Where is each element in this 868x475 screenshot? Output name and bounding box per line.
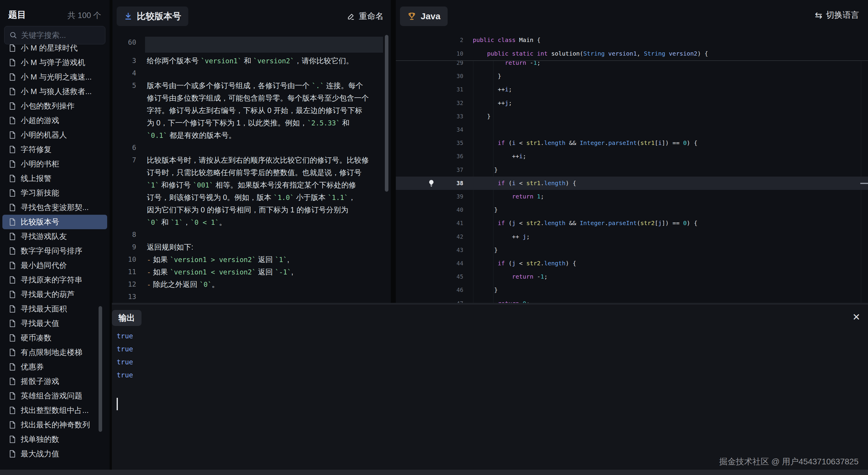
search-input[interactable]: 关键字搜索... [4,26,105,44]
sidebar-item[interactable]: 硬币凑数 [0,331,110,345]
code-token: { [537,36,540,43]
sidebar-item[interactable]: 寻找最大的葫芦 [0,287,110,302]
code-row[interactable]: 10 public static int solution(String ver… [396,47,868,60]
sidebar-item[interactable]: 英雄组合游戏问题 [0,388,110,403]
markdown-row-content: 给你两个版本号 `version1` 和 `version2`，请你比较它们。 [147,56,353,66]
markdown-row[interactable]: 6 [113,141,391,154]
inline-code: `1` [170,218,183,226]
switch-language-button[interactable]: ⇆ 切换语言 [815,9,859,21]
sidebar-item[interactable]: 小超的游戏 [0,113,110,128]
markdown-row[interactable]: 13 [113,291,391,303]
code-row[interactable]: 31 ++i; [396,83,868,96]
markdown-row[interactable]: 修订号由多位数字组成，可能包含前导零。每个版本号至少包含一个 [113,92,391,104]
code-row[interactable]: 43 } [396,243,868,257]
output-tab[interactable]: 输出 [112,310,142,326]
code-line-text: } [473,110,491,123]
code-token: 0 [683,139,687,146]
sidebar-item[interactable]: 找单独的数 [0,432,110,447]
sidebar-item[interactable]: 寻找游戏队友 [0,229,110,244]
code-row[interactable]: 30 } [396,69,868,83]
markdown-row[interactable]: 订号，则该修订号视为 0。例如，版本 `1.0` 小于版本 `1.1`， [113,191,391,203]
markdown-row[interactable]: 4 [113,67,391,79]
sidebar-item[interactable]: 小 M 与狼人拯救者... [0,84,110,99]
lightbulb-icon[interactable] [427,179,435,187]
output-panel[interactable]: 输出 ✕ truetruetruetrue [112,305,868,470]
markdown-row[interactable]: 订号时，只需比较忽略任何前导零后的整数值。也就是说，修订号 [113,166,391,179]
code-row[interactable]: 46 } [396,283,868,297]
sidebar-item[interactable]: 寻找最大面积 [0,302,110,316]
sidebar-item[interactable]: 寻找包含斐波那契... [0,200,110,215]
sidebar-item[interactable]: 线上报警 [0,171,110,186]
code-row[interactable]: 32 ++j; [396,96,868,110]
sidebar-item[interactable]: 比较版本号 [2,215,107,229]
sidebar-item[interactable]: 小 M 的星球时代 [0,44,110,55]
rename-button[interactable]: 重命名 [347,11,384,22]
sidebar-item[interactable]: 摇骰子游戏 [0,374,110,388]
sidebar-item-label: 小明的书柜 [21,159,59,169]
markdown-row[interactable]: 12- 除此之外返回 `0`。 [113,278,391,291]
overview-ruler-marker [860,183,868,184]
markdown-row[interactable]: `0` 和 `1`，`0 < 1`。 [113,216,391,228]
code-token [505,179,508,186]
code-row[interactable]: 34 [396,123,868,136]
code-editor[interactable]: 2public class Main {10 public static int… [396,33,868,304]
markdown-row[interactable]: 9返回规则如下: [113,241,391,253]
code-token: j [512,219,516,227]
sidebar-item[interactable]: 小 M 与光明之魂速... [0,70,110,84]
markdown-row[interactable]: `0.1` 都是有效的版本号。 [113,129,391,141]
sidebar-item[interactable]: 数字字母问号排序 [0,244,110,258]
code-row[interactable]: 45 return -1; [396,270,868,283]
markdown-row[interactable]: `1` 和修订号 `001` 相等。如果版本号没有指定某个下标处的修 [113,179,391,191]
code-row[interactable]: 33 } [396,110,868,123]
code-row[interactable]: 41 if (j < str2.length && Integer.parseI… [396,216,868,230]
code-row[interactable]: 2public class Main { [396,33,868,47]
code-row[interactable]: 44 if (j < str2.length) { [396,257,868,270]
code-row[interactable]: 39 return 1; [396,190,868,203]
code-row[interactable]: 40 } [396,203,868,216]
code-token: ) [565,260,569,267]
markdown-row[interactable]: 5版本号由一个或多个修订号组成，各修订号由一个 `.` 连接。每个 [113,79,391,92]
markdown-row[interactable]: 字符。修订号从左到右编号，下标从 0 开始，最左边的修订号下标 [113,104,391,116]
markdown-row[interactable]: 3给你两个版本号 `version1` 和 `version2`，请你比较它们。 [113,55,391,67]
sidebar-item[interactable]: 寻找最大值 [0,316,110,331]
code-token: Main [519,36,533,43]
problem-tab[interactable]: 比较版本号 [117,6,188,26]
sidebar-item[interactable]: 小明的书柜 [0,157,110,171]
sidebar-item[interactable]: 最小趋同代价 [0,258,110,273]
sidebar-item[interactable]: 字符串最短循环子串 [0,461,110,464]
markdown-row[interactable]: 为 0，下一个修订号下标为 1，以此类推。例如，`2.5.33` 和 [113,116,391,129]
sidebar-item-label: 有点限制地走楼梯 [21,347,82,358]
code-row-current[interactable]: 38 if (i < str1.length) { [396,177,868,190]
sidebar-item[interactable]: 找出最长的神奇数列 [0,418,110,432]
code-row[interactable]: 37 } [396,163,868,177]
markdown-row[interactable]: 10- 如果 `version1 > version2` 返回 `1`, [113,253,391,266]
markdown-row[interactable]: 7比较版本号时，请按从左到右的顺序依次比较它们的修订号。比较修 [113,154,391,166]
code-row[interactable]: 36 ++i; [396,150,868,163]
line-number: 31 [396,83,463,96]
markdown-row[interactable]: 11- 如果 `version1 < version2` 返回 `-1`, [113,266,391,278]
sidebar-item[interactable]: 字符修复 [0,142,110,157]
sidebar-item[interactable]: 小 M 与弹子游戏机 [0,55,110,70]
problem-scrollbar[interactable] [385,35,389,192]
sidebar-item[interactable]: 学习新技能 [0,186,110,200]
markdown-row[interactable]: 因为它们下标为 0 的修订号相同，而下标为 1 的修订号分别为 [113,203,391,216]
close-output-button[interactable]: ✕ [852,312,860,322]
language-tab[interactable]: Java [400,6,447,26]
current-line-row[interactable]: 60 [113,37,391,55]
markdown-text: 订号，则该修订号视为 0。例如，版本 [147,193,274,201]
problem-editor[interactable]: 603给你两个版本号 `version1` 和 `version2`，请你比较它… [113,33,391,304]
markdown-row[interactable]: 8 [113,228,391,241]
sidebar-item[interactable]: 优惠券 [0,360,110,374]
sidebar-item[interactable]: 有点限制地走楼梯 [0,345,110,360]
code-row[interactable]: 35 if (i < str1.length && Integer.parseI… [396,136,868,150]
sidebar-scrollbar[interactable] [99,306,102,432]
sidebar-item[interactable]: 寻找原来的字符串 [0,273,110,287]
code-line-text: ++i; [473,150,526,163]
code-row[interactable]: 42 ++ j; [396,230,868,243]
sidebar-item[interactable]: 小明的机器人 [0,128,110,142]
code-token: ( [580,50,583,57]
inline-code: `001` [193,181,213,189]
sidebar-item[interactable]: 找出整型数组中占... [0,403,110,418]
sidebar-item[interactable]: 小包的数列操作 [0,99,110,113]
sidebar-item[interactable]: 最大战力值 [0,447,110,461]
